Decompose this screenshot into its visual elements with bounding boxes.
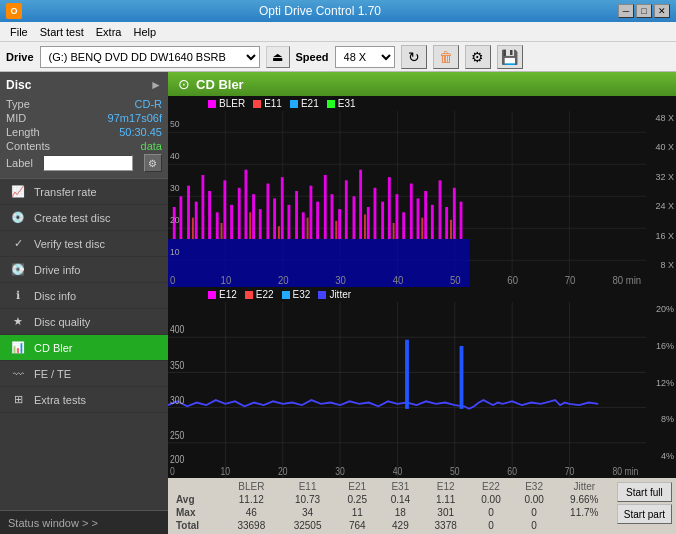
transfer-rate-icon: 📈	[10, 184, 26, 200]
status-window-button[interactable]: Status window > >	[0, 510, 168, 534]
nav-disc-info-label: Disc info	[34, 290, 76, 302]
y-label-8pct: 8%	[648, 414, 674, 424]
minimize-button[interactable]: ─	[618, 4, 634, 18]
menu-bar: File Start test Extra Help	[0, 22, 676, 42]
disc-section: Disc ► Type CD-R MID 97m17s06f Length 50…	[0, 72, 168, 179]
nav-extra-tests-label: Extra tests	[34, 394, 86, 406]
menu-file[interactable]: File	[4, 24, 34, 40]
maximize-button[interactable]: □	[636, 4, 652, 18]
svg-rect-47	[410, 184, 413, 239]
svg-rect-36	[331, 194, 334, 239]
svg-rect-52	[445, 207, 448, 239]
disc-info-icon: ℹ	[10, 288, 26, 304]
svg-text:20: 20	[170, 215, 180, 226]
nav-fe-te[interactable]: 〰 FE / TE	[0, 361, 168, 387]
legend-e12: E12	[219, 289, 237, 300]
eject-button[interactable]: ⏏	[266, 46, 290, 68]
svg-rect-19	[208, 191, 211, 239]
y-label-12pct: 12%	[648, 378, 674, 388]
row-avg-jitter: 9.66%	[556, 493, 613, 506]
drive-bar: Drive (G:) BENQ DVD DD DW1640 BSRB ⏏ Spe…	[0, 42, 676, 72]
start-full-button[interactable]: Start full	[617, 482, 672, 502]
row-avg-e11: 10.73	[279, 493, 335, 506]
app-title: Opti Drive Control 1.70	[22, 4, 618, 18]
left-panel: Disc ► Type CD-R MID 97m17s06f Length 50…	[0, 72, 168, 534]
stats-col-e31: E31	[379, 480, 422, 493]
svg-text:50: 50	[450, 274, 461, 286]
speed-select[interactable]: 48 X	[335, 46, 395, 68]
svg-rect-38	[345, 180, 348, 239]
svg-text:200: 200	[170, 453, 185, 465]
chart-title: CD Bler	[196, 77, 244, 92]
upper-legend: BLER E11 E21 E31	[168, 96, 676, 111]
erase-button[interactable]: 🗑	[433, 45, 459, 69]
start-part-button[interactable]: Start part	[617, 504, 672, 524]
nav-transfer-rate[interactable]: 📈 Transfer rate	[0, 179, 168, 205]
create-disc-icon: 💿	[10, 210, 26, 226]
menu-help[interactable]: Help	[127, 24, 162, 40]
stats-area: BLER E11 E21 E31 E12 E22 E32 Jitter Avg	[168, 478, 676, 534]
svg-rect-57	[249, 212, 251, 239]
nav-extra-tests[interactable]: ⊞ Extra tests	[0, 387, 168, 413]
svg-text:50: 50	[170, 119, 180, 130]
svg-rect-24	[244, 170, 247, 239]
svg-rect-35	[324, 175, 327, 239]
svg-text:10: 10	[170, 247, 180, 258]
drive-label: Drive	[6, 51, 34, 63]
drive-select[interactable]: (G:) BENQ DVD DD DW1640 BSRB	[40, 46, 260, 68]
nav-cd-bler[interactable]: 📊 CD Bler	[0, 335, 168, 361]
disc-label-input[interactable]	[43, 155, 133, 171]
y-label-32x: 32 X	[648, 172, 674, 182]
svg-rect-37	[338, 209, 341, 239]
settings-button[interactable]: ⚙	[465, 45, 491, 69]
refresh-button[interactable]: ↻	[401, 45, 427, 69]
lower-y-axis: 20% 16% 12% 8% 4%	[646, 302, 676, 463]
row-max-e32: 0	[513, 506, 556, 519]
save-button[interactable]: 💾	[497, 45, 523, 69]
menu-extra[interactable]: Extra	[90, 24, 128, 40]
svg-rect-44	[388, 177, 391, 239]
svg-text:40: 40	[393, 274, 404, 286]
svg-text:80 min: 80 min	[613, 274, 642, 286]
disc-collapse-icon[interactable]: ►	[150, 78, 162, 92]
row-total-e21: 764	[336, 519, 379, 532]
nav-disc-info[interactable]: ℹ Disc info	[0, 283, 168, 309]
svg-rect-40	[359, 170, 362, 239]
svg-text:30: 30	[170, 183, 180, 194]
table-row: Total 33698 32505 764 429 3378 0 0	[168, 519, 613, 532]
table-row: Avg 11.12 10.73 0.25 0.14 1.11 0.00 0.00…	[168, 493, 613, 506]
svg-rect-46	[402, 212, 405, 239]
svg-text:350: 350	[170, 358, 185, 370]
row-total-jitter	[556, 519, 613, 532]
charts-container: BLER E11 E21 E31	[168, 96, 676, 478]
svg-rect-61	[364, 214, 366, 239]
row-max-jitter: 11.7%	[556, 506, 613, 519]
table-row: Max 46 34 11 18 301 0 0 11.7%	[168, 506, 613, 519]
y-label-40x: 40 X	[648, 142, 674, 152]
row-max-e22: 0	[469, 506, 512, 519]
close-button[interactable]: ✕	[654, 4, 670, 18]
svg-rect-49	[424, 191, 427, 239]
svg-rect-45	[396, 194, 399, 239]
disc-quality-icon: ★	[10, 314, 26, 330]
svg-rect-30	[288, 205, 291, 239]
row-total-bler: 33698	[223, 519, 279, 532]
disc-gear-button[interactable]: ⚙	[144, 154, 162, 172]
row-avg-e12: 1.11	[422, 493, 470, 506]
svg-rect-28	[273, 198, 276, 239]
nav-verify-test-disc[interactable]: ✓ Verify test disc	[0, 231, 168, 257]
svg-rect-42	[374, 188, 377, 239]
stats-col-e11: E11	[279, 480, 335, 493]
menu-start-test[interactable]: Start test	[34, 24, 90, 40]
nav-disc-quality[interactable]: ★ Disc quality	[0, 309, 168, 335]
svg-rect-60	[335, 221, 337, 239]
row-avg-e31: 0.14	[379, 493, 422, 506]
legend-e22: E22	[256, 289, 274, 300]
nav-drive-info[interactable]: 💽 Drive info	[0, 257, 168, 283]
disc-title: Disc	[6, 78, 31, 92]
svg-text:40: 40	[170, 151, 180, 162]
stats-table: BLER E11 E21 E31 E12 E22 E32 Jitter Avg	[168, 480, 613, 532]
legend-e31: E31	[338, 98, 356, 109]
nav-create-test-disc[interactable]: 💿 Create test disc	[0, 205, 168, 231]
stats-col-e12: E12	[422, 480, 470, 493]
